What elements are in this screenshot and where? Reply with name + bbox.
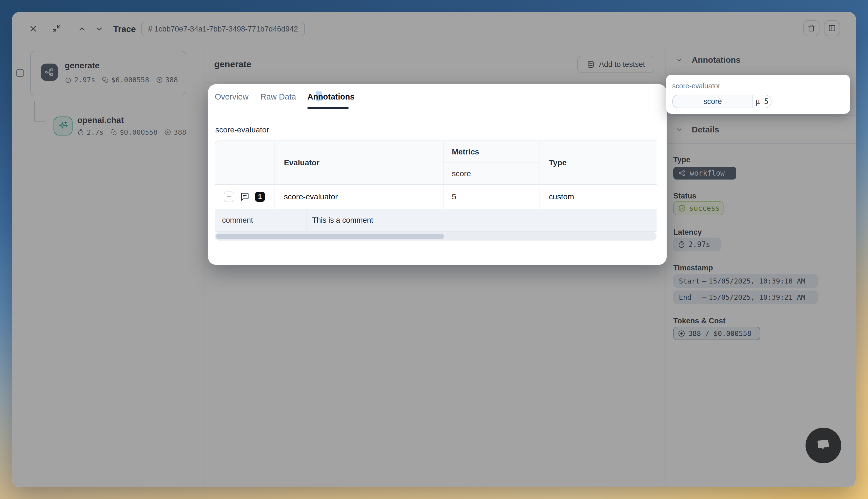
metric-pill[interactable]: score μ 5 [672,95,771,108]
row-type-cell: custom [540,185,656,209]
row-evaluator-cell: score-evaluator [275,185,444,209]
metric-name: score [673,95,753,108]
header-cell-metric-score: score [444,163,540,185]
comment-count-badge: 1 [255,192,265,202]
tab-bar: Overview Raw Data Annotations [208,84,667,109]
evaluator-section-title: score-evaluator [215,125,269,134]
tab-annotations[interactable]: Annotations [308,84,354,109]
metric-value: μ 5 [753,95,771,108]
comment-icon[interactable] [240,192,249,202]
header-cell-evaluator: Evaluator [275,141,444,185]
header-cell-empty [215,141,275,185]
comment-key: comment [215,209,307,231]
annotation-score-card: score-evaluator score μ 5 [666,75,850,114]
app-window: Trace # 1cbb70e7-34a1-7bb7-3498-771b7d46… [12,12,856,487]
horizontal-scrollbar[interactable] [215,232,656,241]
collapse-row-button[interactable] [224,192,234,202]
scrollbar-thumb[interactable] [216,234,444,239]
annotations-table: Evaluator Metrics score Type 1 score-eva… [215,141,656,232]
header-cell-metrics: Metrics [444,141,540,163]
tab-overview[interactable]: Overview [215,84,249,109]
header-cell-type: Type [540,141,656,185]
annotation-evaluator-name: score-evaluator [672,82,720,90]
active-tab-underline [308,107,349,109]
row-actions-cell: 1 [215,185,275,209]
comment-row: comment This is a comment [215,209,656,232]
row-score-cell: 5 [444,185,540,209]
annotations-modal: Overview Raw Data Annotations score-eval… [208,84,667,265]
tab-raw-data[interactable]: Raw Data [261,84,296,109]
comment-value: This is a comment [307,209,656,231]
